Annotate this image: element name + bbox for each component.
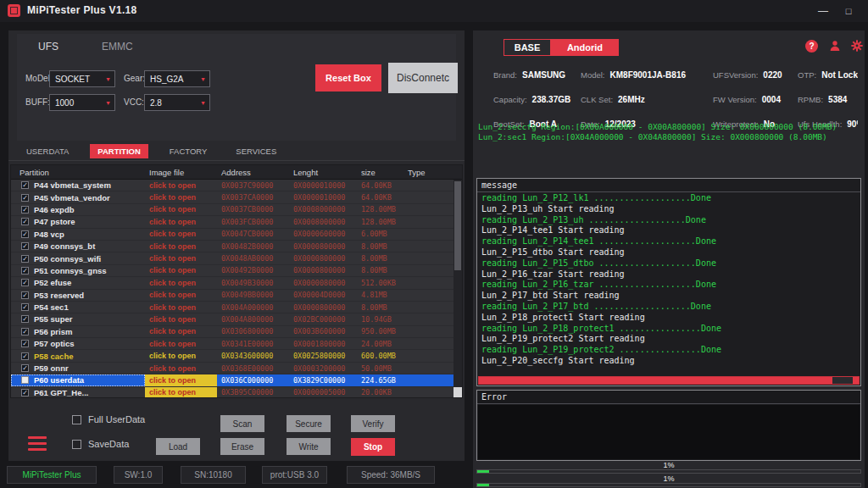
- subtab-userdata[interactable]: USERDATA: [19, 144, 76, 158]
- partition-name: P53 reserved: [34, 291, 84, 300]
- image-file-cell[interactable]: click to open: [145, 387, 217, 397]
- table-row[interactable]: ✓P47 pstoreclick to open0X003FCB00000X00…: [11, 216, 453, 228]
- disconnect-button[interactable]: DisConnetc: [388, 63, 458, 93]
- model-label: MoDel:: [25, 74, 53, 83]
- table-row[interactable]: ✓P53 reservedclick to open0X0049BB00000X…: [11, 290, 453, 302]
- table-row[interactable]: ✓P58 cacheclick to open0X03436000000X002…: [11, 350, 453, 362]
- image-file-cell[interactable]: click to open: [145, 326, 217, 337]
- row-checkbox[interactable]: ✓: [21, 279, 29, 286]
- row-checkbox[interactable]: ✓: [21, 194, 29, 202]
- row-checkbox[interactable]: ✓: [21, 291, 29, 299]
- image-file-cell[interactable]: click to open: [145, 277, 217, 288]
- scrollbar-thumb[interactable]: [454, 181, 461, 270]
- row-checkbox[interactable]: ✓: [21, 206, 29, 214]
- table-row[interactable]: ✓P46 expdbclick to open0X0037CB00000X000…: [11, 204, 453, 216]
- table-row[interactable]: ✓P48 vcpclick to open0X0047CB00000X00006…: [11, 229, 453, 241]
- subtab-factory[interactable]: FACTORY: [162, 144, 215, 158]
- image-file-cell[interactable]: click to open: [145, 302, 217, 313]
- scan-button[interactable]: Scan: [220, 415, 264, 432]
- secure-button[interactable]: Secure: [287, 415, 331, 432]
- user-icon[interactable]: [828, 39, 842, 53]
- table-row[interactable]: ✓P59 onnrclick to open0X0368E000000X0003…: [11, 363, 453, 374]
- table-row[interactable]: ✓P52 efuseclick to open0X0049B300000X000…: [11, 277, 453, 289]
- row-checkbox[interactable]: ✓: [21, 218, 29, 225]
- menu-icon[interactable]: [28, 436, 47, 454]
- address-cell: 0X003FCB0000: [217, 216, 289, 227]
- maximize-button[interactable]: □: [837, 3, 860, 19]
- checkbox-box[interactable]: [72, 415, 81, 424]
- partition-cell: ✓P46 expdb: [11, 204, 145, 215]
- type-cell: [403, 180, 453, 191]
- table-row[interactable]: ✓P44 vbmeta_systemclick to open0X0037C90…: [11, 180, 453, 191]
- table-row[interactable]: ✓P54 sec1click to open0X004A0000000X0000…: [11, 302, 453, 313]
- lun-info: Lun_2:seccfg Region:[0X00A000000 - 0X00A…: [478, 122, 837, 142]
- full-userdata-checkbox[interactable]: Full UserData: [72, 414, 145, 424]
- row-checkbox[interactable]: ✓: [21, 340, 29, 347]
- buff-select[interactable]: 1000 ▼: [49, 94, 115, 111]
- stop-button[interactable]: Stop: [351, 438, 395, 456]
- log-line: Lun_2_P15_dtbo Start reading: [481, 247, 859, 258]
- gear-select[interactable]: HS_G2A ▼: [144, 70, 210, 87]
- reset-box-button[interactable]: Reset Box: [315, 64, 381, 92]
- gear-icon[interactable]: [850, 39, 864, 53]
- image-file-cell[interactable]: click to open: [145, 216, 217, 227]
- tab-emmc[interactable]: EMMC: [102, 41, 133, 53]
- row-checkbox[interactable]: ✓: [21, 303, 29, 311]
- image-file-cell[interactable]: click to open: [145, 363, 217, 374]
- subtab-partition[interactable]: PARTITION: [90, 144, 148, 158]
- image-file-cell[interactable]: click to open: [145, 191, 217, 202]
- table-row[interactable]: P60 userdataclick to open0X036C0000000X3…: [11, 374, 453, 386]
- row-checkbox[interactable]: [21, 376, 29, 384]
- vcc-select[interactable]: 2.8 ▼: [144, 94, 210, 111]
- load-button[interactable]: Load: [156, 438, 200, 455]
- verify-button[interactable]: Verify: [351, 415, 395, 432]
- row-checkbox[interactable]: ✓: [21, 181, 29, 189]
- tab-ufs[interactable]: UFS: [38, 41, 58, 53]
- table-row[interactable]: ✓P45 vbmeta_vendorclick to open0X0037CA0…: [11, 191, 453, 203]
- image-file-cell[interactable]: click to open: [145, 180, 217, 191]
- image-file-cell[interactable]: click to open: [145, 313, 217, 324]
- minimize-button[interactable]: —: [812, 3, 834, 19]
- partition-name: P60 userdata: [34, 375, 84, 385]
- row-checkbox[interactable]: ✓: [21, 242, 29, 250]
- row-checkbox[interactable]: ✓: [21, 230, 29, 238]
- subtab-services[interactable]: SERVICES: [228, 144, 284, 158]
- image-file-cell[interactable]: click to open: [145, 204, 217, 215]
- image-file-cell[interactable]: click to open: [145, 265, 217, 276]
- table-row[interactable]: ✓P56 prismclick to open0X03068000000X003…: [11, 326, 453, 338]
- length-cell: 0X0000010000: [289, 191, 357, 202]
- table-row[interactable]: ✓P49 connsys_btclick to open0X00482B0000…: [11, 241, 453, 252]
- table-row[interactable]: ✓P50 connsys_wificlick to open0X0048AB00…: [11, 252, 453, 264]
- row-checkbox[interactable]: ✓: [21, 389, 29, 396]
- checkbox-box[interactable]: [72, 440, 81, 449]
- help-icon[interactable]: ?: [805, 40, 818, 53]
- image-file-cell[interactable]: click to open: [145, 229, 217, 240]
- log-line: reading Lun_2_P15_dtbo .................…: [481, 258, 859, 269]
- size-cell: 128.00MB: [357, 216, 403, 227]
- model-select[interactable]: SOCKET ▼: [49, 70, 115, 87]
- image-file-cell[interactable]: click to open: [145, 374, 217, 385]
- table-row[interactable]: ✓P61 GPT_He...click to open0X3B95C000000…: [11, 387, 453, 397]
- tab-android[interactable]: Andorid: [551, 39, 619, 56]
- image-file-cell[interactable]: click to open: [145, 252, 217, 263]
- image-file-cell[interactable]: click to open: [145, 241, 217, 252]
- row-checkbox[interactable]: ✓: [21, 328, 29, 336]
- erase-button[interactable]: Erase: [220, 438, 264, 455]
- chevron-down-icon: ▼: [105, 100, 111, 106]
- row-checkbox[interactable]: ✓: [21, 352, 29, 360]
- row-checkbox[interactable]: ✓: [21, 364, 29, 372]
- table-scrollbar[interactable]: [453, 180, 462, 397]
- tab-base[interactable]: BASE: [504, 39, 551, 56]
- image-file-cell[interactable]: click to open: [145, 350, 217, 361]
- row-checkbox[interactable]: ✓: [21, 315, 29, 323]
- write-button[interactable]: Write: [287, 438, 331, 455]
- image-file-cell[interactable]: click to open: [145, 290, 217, 301]
- savedata-checkbox[interactable]: SaveData: [72, 439, 129, 449]
- image-file-cell[interactable]: click to open: [145, 338, 217, 349]
- table-row[interactable]: ✓P57 opticsclick to open0X0341E000000X00…: [11, 338, 453, 350]
- table-row[interactable]: ✓P55 superclick to open0X004A8000000X02B…: [11, 313, 453, 325]
- row-checkbox[interactable]: ✓: [21, 255, 29, 263]
- address-cell: 0X004A800000: [217, 313, 289, 324]
- table-row[interactable]: ✓P51 connsys_gnssclick to open0X00492B00…: [11, 265, 453, 277]
- row-checkbox[interactable]: ✓: [21, 267, 29, 274]
